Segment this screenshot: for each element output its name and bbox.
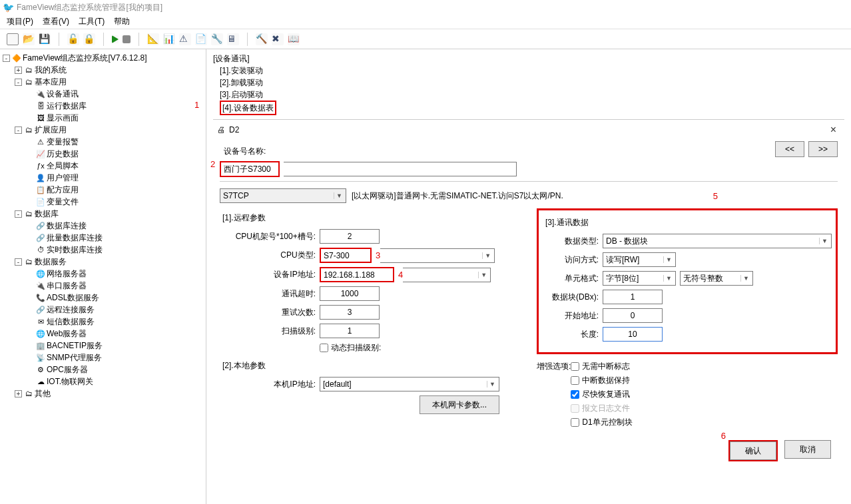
tool-icon-6[interactable]: 🔨 — [256, 33, 268, 45]
tree-bacnet[interactable]: BACNETIP服务 — [47, 341, 103, 350]
tree-data-service[interactable]: 数据服务 — [35, 257, 67, 266]
tool-icon-4[interactable]: 🔧 — [211, 33, 223, 45]
tree-sms[interactable]: 短信数据服务 — [47, 317, 95, 326]
tree-database[interactable]: 数据库 — [35, 209, 59, 218]
tree-serial[interactable]: 串口服务器 — [47, 281, 87, 290]
annotation-2: 2 — [210, 159, 215, 169]
tree-history[interactable]: 历史数据 — [47, 149, 79, 158]
tool-icon-2[interactable]: 📊 — [163, 33, 175, 45]
tree-var-alarm[interactable]: 变量报警 — [47, 137, 79, 146]
tree-net-server[interactable]: 网络服务器 — [47, 269, 87, 278]
tree-batch-db[interactable]: 批量数据库连接 — [47, 233, 103, 242]
tool-icon-3[interactable]: 📄 — [195, 33, 207, 45]
local-ip-combo[interactable]: [default]▼ — [320, 377, 499, 391]
tree-rt-db[interactable]: 实时数据库连接 — [47, 245, 103, 254]
menu-tools[interactable]: 工具(T) — [79, 16, 105, 27]
dbx-input[interactable] — [603, 290, 663, 304]
tree-snmp[interactable]: SNMP代理服务 — [47, 353, 102, 362]
tree-web[interactable]: Web服务器 — [47, 329, 87, 338]
menu-help[interactable]: 帮助 — [114, 16, 130, 27]
tree-opc[interactable]: OPC服务器 — [47, 365, 88, 374]
dialog-title: D2 — [229, 125, 239, 134]
annotation-3: 3 — [376, 250, 380, 260]
save-icon[interactable]: 💾 — [39, 33, 51, 45]
tree-remote[interactable]: 远程连接服务 — [47, 305, 95, 314]
tree-user[interactable]: 用户管理 — [47, 173, 79, 182]
tree-display[interactable]: 显示画面 — [47, 113, 79, 123]
len-label: 长度: — [543, 329, 603, 340]
new-icon[interactable] — [7, 33, 19, 45]
lock-icon[interactable]: 🔒 — [83, 33, 95, 45]
stop-icon[interactable] — [123, 35, 131, 43]
unit-sign-combo[interactable]: 无符号整数▼ — [680, 271, 753, 286]
scan-input[interactable] — [320, 324, 380, 338]
tree-iot[interactable]: IOT.物联网关 — [47, 377, 93, 386]
dialog-icon: 🖨 — [217, 125, 225, 134]
tree-my-system[interactable]: 我的系统 — [35, 65, 67, 75]
tool-icon-1[interactable]: 📐 — [147, 33, 159, 45]
timeout-input[interactable] — [320, 286, 380, 301]
next-button[interactable]: >> — [808, 141, 838, 157]
tree-db-conn[interactable]: 数据库连接 — [47, 221, 87, 230]
tree-run-db[interactable]: 运行数据库 — [47, 101, 87, 111]
unlock-icon[interactable]: 🔓 — [67, 33, 79, 45]
opt1-check[interactable]: 无需中断标志 — [571, 361, 632, 372]
tree-device-comm[interactable]: 设备通讯 — [47, 89, 79, 99]
tree-basic-app[interactable]: 基本应用 — [35, 77, 67, 87]
tool-icon-7[interactable]: ✖ — [272, 33, 284, 45]
tree-script[interactable]: 全局脚本 — [47, 161, 79, 170]
ip-highlight — [320, 267, 394, 282]
tool-icon-5[interactable]: 🖥 — [227, 33, 239, 45]
device-name-input[interactable] — [221, 162, 278, 176]
bc-item-4-highlight: [4].设备数据表 — [220, 101, 276, 115]
group3-title: [3].通讯数据 — [545, 217, 832, 228]
content-area: [设备通讯] [1].安装驱动 [2].卸载驱动 [3].启动驱动 1 [4].… — [206, 49, 851, 504]
expander-icon[interactable]: - — [3, 55, 10, 62]
prev-button[interactable]: << — [775, 141, 804, 157]
scan-label: 扫描级别: — [220, 326, 320, 337]
ip-input[interactable] — [321, 268, 393, 281]
protocol-desc: [以太网驱动]普通网卡.无需SIMATIC-NET.访问S7以太网/PN. — [352, 190, 563, 202]
tree-var-file[interactable]: 变量文件 — [47, 197, 79, 206]
opt3-check[interactable]: 尽快恢复通讯 — [571, 389, 632, 400]
access-combo[interactable]: 读写[RW]▼ — [603, 252, 676, 267]
annotation-5: 5 — [713, 191, 838, 201]
opt5-check[interactable]: D1单元控制块 — [571, 417, 632, 428]
device-name-input-ext[interactable] — [284, 162, 517, 176]
cpu-rack-label: CPU机架号*100+槽号: — [220, 231, 320, 242]
bc-title: [设备通讯] — [213, 53, 844, 65]
dyn-scan-check[interactable]: 动态扫描级别: — [320, 342, 381, 354]
data-type-combo[interactable]: DB - 数据块▼ — [603, 234, 832, 248]
menu-project[interactable]: 项目(P) — [7, 16, 33, 27]
tree-adsl[interactable]: ADSL数据服务 — [47, 293, 99, 302]
bc-item-3[interactable]: [3].启动驱动 — [213, 89, 844, 101]
opt2-check[interactable]: 中断数据保持 — [571, 375, 632, 386]
tree-ext-app[interactable]: 扩展应用 — [35, 125, 67, 134]
nic-params-button[interactable]: 本机网卡参数... — [420, 395, 499, 414]
toolbar: 📂 💾 🔓 🔒 📐 📊 ⚠ 📄 🔧 🖥 🔨 ✖ 📖 — [0, 29, 851, 49]
tree-other[interactable]: 其他 — [35, 389, 51, 398]
bc-item-1[interactable]: [1].安装驱动 — [213, 65, 844, 77]
unit-fmt-combo[interactable]: 字节[8位]▼ — [603, 271, 676, 286]
protocol-combo[interactable]: S7TCP▼ — [220, 188, 346, 203]
run-icon[interactable] — [112, 35, 119, 43]
bc-item-4[interactable]: [4].设备数据表 — [222, 103, 274, 113]
tree-recipe[interactable]: 配方应用 — [47, 185, 79, 194]
retry-input[interactable] — [320, 305, 380, 320]
menu-view[interactable]: 查看(V) — [43, 16, 69, 27]
cancel-button[interactable]: 取消 — [784, 440, 831, 459]
tool-icon-8[interactable]: 📖 — [288, 33, 300, 45]
ok-button[interactable]: 确认 — [730, 441, 776, 460]
start-input[interactable] — [603, 308, 663, 323]
open-icon[interactable]: 📂 — [23, 33, 35, 45]
ip-combo[interactable]: ▼ — [403, 268, 491, 282]
cpu-type-label: CPU类型: — [220, 250, 320, 261]
warning-icon[interactable]: ⚠ — [179, 33, 191, 45]
cpu-type-combo[interactable]: ▼ — [380, 248, 495, 263]
unit-label: 单元格式: — [543, 273, 603, 284]
close-icon[interactable]: × — [826, 124, 840, 136]
length-input[interactable] — [603, 327, 663, 342]
bc-item-2[interactable]: [2].卸载驱动 — [213, 77, 844, 89]
tree-root[interactable]: FameView组态监控系统[V7.6.12.8] — [23, 53, 147, 63]
cpu-rack-input[interactable] — [320, 229, 380, 244]
